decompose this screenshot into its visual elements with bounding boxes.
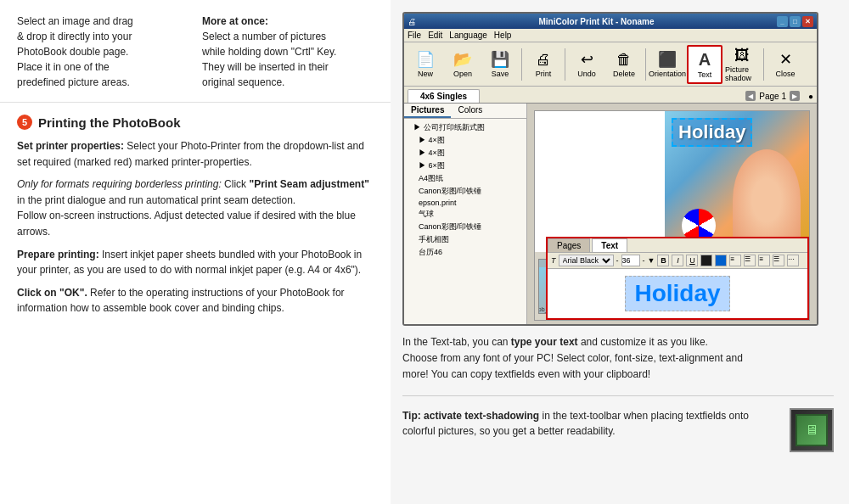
menu-language[interactable]: Language [449, 31, 487, 40]
dash-sep: - [616, 256, 619, 265]
main-canvas: Holiday pb_4x3_part1_pa... pb_4x3_part1_… [527, 104, 817, 326]
tab-colors[interactable]: Colors [451, 104, 489, 118]
more-at-once-title: More at once: [202, 15, 268, 27]
toolbar-separator4 [763, 48, 764, 81]
tree-item[interactable]: A4图纸 [407, 172, 524, 185]
right-line4: original sequence. [202, 76, 284, 88]
holiday-text-on-image: Holiday [672, 118, 752, 147]
align-justify-button[interactable]: ☰ [773, 255, 784, 266]
tip-bold: Tip: activate text-shadowing [402, 410, 539, 422]
tree-item[interactable]: Canon彩图/印铁锤 [407, 221, 524, 233]
toolbar-orientation[interactable]: ⬛ Orientation [649, 45, 685, 84]
section-title: Printing the PhotoBook [38, 115, 180, 130]
left-sidebar: Pictures Colors ▶ 公司打印纸新式图 ▶ 4×图 ▶ 4×图 ▶… [404, 104, 527, 326]
close-icon: ✕ [779, 50, 792, 69]
toolbar-save[interactable]: 💾 Save [482, 45, 518, 84]
top-section: Select an image and drag & drop it direc… [0, 0, 391, 103]
toolbar-text[interactable]: A Text [687, 45, 722, 84]
borderless-block: Only for formats requiring borderless pr… [17, 176, 374, 239]
text-label: Text [698, 70, 712, 79]
minimize-button[interactable]: _ [777, 16, 788, 27]
top-left-col: Select an image and drag & drop it direc… [17, 14, 188, 90]
toolbar-undo[interactable]: ↩ Undo [569, 45, 604, 84]
menu-file[interactable]: File [408, 31, 421, 40]
toolbar-open[interactable]: 📂 Open [445, 45, 481, 84]
holiday-edit-text[interactable]: Holiday [625, 276, 729, 311]
bold-button[interactable]: B [657, 255, 669, 266]
align-right-button[interactable]: ≡ [758, 255, 770, 266]
delete-label: Delete [613, 70, 635, 78]
text-panel-tabs: Pages Text [548, 238, 807, 253]
align-left-button[interactable]: ≡ [729, 255, 741, 266]
italic-button[interactable]: I [672, 255, 683, 266]
section-header: 5 Printing the PhotoBook [17, 115, 374, 130]
tree-item[interactable]: 台历46 [407, 246, 524, 259]
tree-item[interactable]: 气球 [407, 208, 524, 221]
left-panel: Select an image and drag & drop it direc… [0, 0, 391, 504]
page-label: Page 1 [759, 92, 786, 101]
app-body: Pictures Colors ▶ 公司打印纸新式图 ▶ 4×图 ▶ 4×图 ▶… [404, 104, 817, 326]
maximize-button[interactable]: □ [790, 16, 801, 27]
app-window: 🖨 MiniColor Print Kit - Noname _ □ ✕ Fil… [402, 12, 818, 326]
next-page-btn[interactable]: ▶ [790, 91, 800, 101]
toolbar-separator3 [645, 48, 646, 81]
toolbar-new[interactable]: 📄 New [408, 45, 443, 84]
sidebar-tab-bar: Pictures Colors [404, 104, 526, 119]
picture-shadow-label: Picture shadow [725, 65, 759, 82]
desc-line3: Choose from any font of your PC! Select … [402, 352, 743, 364]
print-label: Print [536, 70, 552, 78]
more-options-button[interactable]: ⋯ [787, 255, 799, 266]
tree-item[interactable]: 手机相图 [407, 233, 524, 246]
prev-page-btn[interactable]: ◀ [745, 91, 756, 101]
open-label: Open [453, 70, 472, 78]
pages-tab[interactable]: Pages [548, 238, 590, 252]
tree-item[interactable]: ▶ 6×图 [407, 160, 524, 172]
menu-help[interactable]: Help [494, 31, 512, 40]
right-line3: They will be inserted in their [202, 61, 329, 73]
minus-btn: - [643, 256, 645, 265]
toolbar-picture-shadow[interactable]: 🖼 Picture shadow [724, 45, 760, 84]
new-label: New [418, 70, 433, 78]
borderless-text2: in the print dialogue and run automatica… [17, 194, 356, 238]
text-tab[interactable]: Text [592, 238, 627, 252]
picture-shadow-icon: 🖼 [734, 47, 750, 64]
font-size-input[interactable] [621, 255, 640, 266]
orientation-icon: ⬛ [658, 50, 677, 69]
undo-icon: ↩ [581, 50, 593, 69]
tab-pictures[interactable]: Pictures [404, 104, 451, 118]
click-ok-label: Click on "OK". [17, 287, 87, 299]
text-edit-area[interactable]: Holiday [548, 269, 807, 318]
toolbar-close[interactable]: ✕ Close [767, 45, 803, 84]
top-left-text5: predefined picture areas. [17, 76, 130, 88]
click-ok-block: Click on "OK". Refer to the operating in… [17, 285, 374, 316]
highlight-color-swatch[interactable] [715, 255, 727, 266]
close-button[interactable]: ✕ [802, 16, 813, 27]
top-right-col: More at once: Select a number of picture… [202, 14, 374, 90]
right-panel: 🖨 MiniColor Print Kit - Noname _ □ ✕ Fil… [391, 0, 849, 504]
bottom-section: 5 Printing the PhotoBook Set printer pro… [0, 103, 391, 504]
tree-item[interactable]: ▶ 公司打印纸新式图 [407, 121, 524, 134]
menu-edit[interactable]: Edit [428, 31, 442, 40]
tree-item[interactable]: Canon彩图/印铁锤 [407, 185, 524, 198]
canvas-page: Holiday pb_4x3_part1_pa... pb_4x3_part1_… [534, 110, 810, 321]
page-indicator: ◀ Page 1 ▶ ● [745, 91, 813, 103]
tree-item[interactable]: epson.print [407, 198, 524, 208]
align-center-button[interactable]: ☰ [744, 255, 756, 266]
tip-text: Tip: activate text-shadowing in the text… [402, 408, 779, 440]
orientation-label: Orientation [649, 70, 686, 78]
open-icon: 📂 [453, 50, 472, 69]
desc-line4: more! You can copy textfields even with … [402, 368, 650, 380]
tree-item[interactable]: ▶ 4×图 [407, 147, 524, 160]
font-family-select[interactable]: Arial Black [559, 255, 614, 266]
tree-item[interactable]: ▶ 4×图 [407, 134, 524, 147]
underline-button[interactable]: U [686, 255, 698, 266]
text-icon: A [699, 50, 711, 70]
window-titlebar: 🖨 MiniColor Print Kit - Noname _ □ ✕ [404, 14, 817, 29]
top-left-text2: & drop it directly into your [17, 31, 132, 42]
window-controls[interactable]: _ □ ✕ [777, 16, 813, 27]
toolbar-print[interactable]: 🖨 Print [526, 45, 561, 84]
text-color-swatch[interactable] [700, 255, 712, 266]
plus-btn: ▼ [648, 256, 655, 265]
toolbar-delete[interactable]: 🗑 Delete [606, 45, 642, 84]
tab-4x6-singles[interactable]: 4x6 Singles [408, 89, 480, 103]
